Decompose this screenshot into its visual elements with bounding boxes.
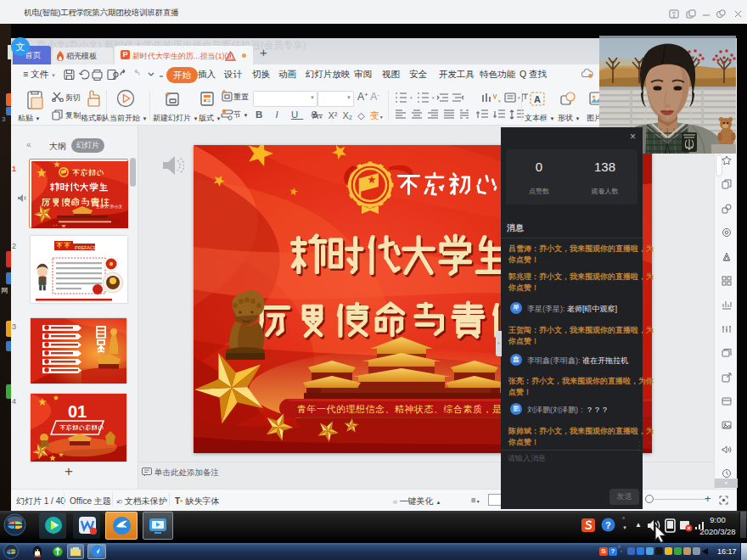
svg-text:▾: ▾	[518, 95, 520, 100]
svg-text:主讲人 乔小文: 主讲人 乔小文	[96, 204, 122, 209]
svg-text:▾: ▾	[432, 95, 435, 100]
svg-text:?: ?	[605, 520, 611, 530]
svg-text:▾: ▾	[498, 98, 501, 104]
svg-text:01: 01	[68, 402, 87, 421]
svg-text:▾: ▾	[410, 95, 413, 100]
svg-text:PREFACE: PREFACE	[75, 245, 97, 250]
svg-text:A: A	[534, 94, 541, 104]
